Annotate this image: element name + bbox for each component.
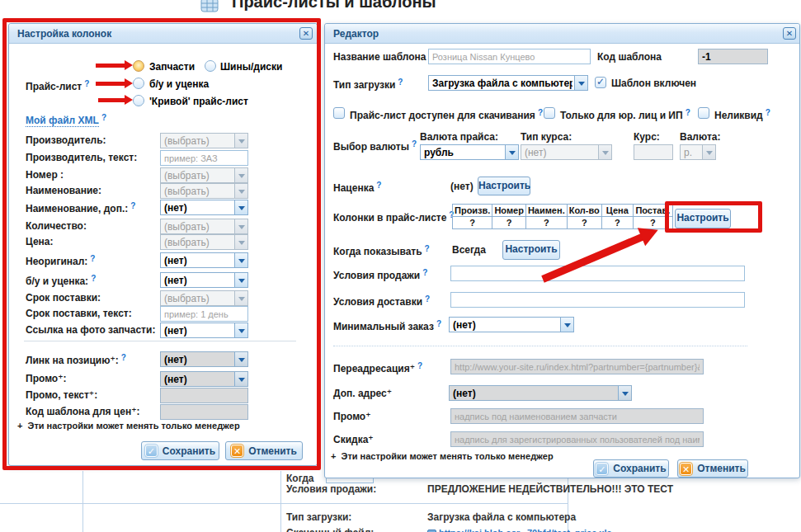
template-enabled-checkbox[interactable]: ✓ xyxy=(595,77,606,88)
manager-footnote: + Эти настройки может менять только мене… xyxy=(331,451,554,461)
help-icon[interactable]: ? xyxy=(436,319,441,328)
currency-select-label: Выбор валюты? xyxy=(333,139,417,153)
discount-input[interactable] xyxy=(450,431,704,447)
help-icon[interactable]: ? xyxy=(425,244,430,253)
price-currency-label: Валюта прайса: xyxy=(420,131,498,143)
extra-address-select[interactable]: (нет) xyxy=(449,385,632,401)
chevron-down-icon xyxy=(702,145,715,159)
editor-dialog-header[interactable]: Редактор ✕ xyxy=(325,24,799,44)
rate-label: Курс: xyxy=(634,131,660,143)
bg-sale-terms-label: Условия продажи: xyxy=(286,483,376,495)
bg-table-hline xyxy=(0,503,568,504)
bg-load-type-value: Загрузка файла с компьютера xyxy=(427,511,576,523)
editor-dialog-title: Редактор xyxy=(333,28,379,40)
col-header: Кол-во xyxy=(567,205,601,217)
price-columns-label: Колонки в прайс-листе? xyxy=(333,210,454,224)
help-icon[interactable]: ? xyxy=(686,108,690,117)
col-value: ? xyxy=(525,217,567,229)
legal-only-label: Только для юр. лиц и ИП? xyxy=(560,108,690,121)
redirect-input[interactable] xyxy=(450,359,704,374)
bg-table-vline xyxy=(82,471,83,532)
price-columns-table: Произв. Номер Наимен. Кол-во Цена Постав… xyxy=(452,204,673,229)
load-type-select[interactable]: Загрузка файла с компьютера xyxy=(428,75,588,91)
bg-table-vline xyxy=(280,471,281,532)
legal-only-checkbox[interactable] xyxy=(544,107,555,119)
col-header: Произв. xyxy=(453,205,492,217)
downloadable-checkbox[interactable] xyxy=(333,107,345,119)
section-divider xyxy=(333,346,747,346)
currency-select: р. xyxy=(680,144,716,160)
check-icon: ✓ xyxy=(596,76,605,87)
markup-label: Наценка? xyxy=(333,181,381,194)
discount-label: Скидка⁺ xyxy=(333,434,374,445)
currency-label: Валюта: xyxy=(680,131,720,143)
screen: Прайс-листы и шаблоны Когда Условия прод… xyxy=(0,0,801,532)
rate-type-select: (нет) xyxy=(521,144,612,160)
load-type-label: Тип загрузки? xyxy=(333,78,403,91)
help-icon[interactable]: ? xyxy=(376,181,381,190)
help-icon[interactable]: ? xyxy=(417,361,422,370)
illiquid-label: Неликвид? xyxy=(714,108,770,121)
extra-address-label: Доп. адрес⁺ xyxy=(333,388,392,399)
help-icon[interactable]: ? xyxy=(538,108,543,117)
redirect-label: Переадресация⁺? xyxy=(333,361,422,374)
chevron-down-icon xyxy=(618,386,631,400)
save-button[interactable]: ✓Сохранить xyxy=(593,459,669,478)
page-title: Прайс-листы и шаблоны xyxy=(232,0,436,12)
price-currency-select[interactable]: рубль xyxy=(420,144,519,160)
promo-label: Промо⁺ xyxy=(333,411,371,422)
bg-sale-terms-value: ПРЕДЛОЖЕНИЕ НЕДЕЙСТВИТЕЛЬНО!!! ЭТО ТЕСТ xyxy=(427,483,673,495)
col-value: ? xyxy=(453,217,492,229)
red-box-annotation xyxy=(665,201,762,233)
markup-value: (нет) xyxy=(450,181,474,192)
chevron-down-icon xyxy=(598,145,611,159)
when-show-label: Когда показывать? xyxy=(333,244,430,257)
col-value: ? xyxy=(492,217,526,229)
when-show-value: Всегда xyxy=(452,244,486,256)
cancel-button[interactable]: ✕Отменить xyxy=(677,459,748,478)
chevron-down-icon xyxy=(560,318,573,332)
help-icon[interactable]: ? xyxy=(425,294,430,304)
bg-file-label: Скачанный файл: xyxy=(286,527,374,532)
template-name-input[interactable] xyxy=(428,49,591,64)
template-name-label: Название шаблона xyxy=(333,51,426,63)
col-value: ? xyxy=(601,217,633,229)
when-show-configure-button[interactable]: Настроить xyxy=(502,240,560,260)
col-value: ? xyxy=(567,217,601,229)
col-header: Номер xyxy=(492,205,526,217)
help-icon[interactable]: ? xyxy=(398,78,403,87)
illiquid-checkbox[interactable] xyxy=(698,107,709,119)
template-code-label: Код шаблона xyxy=(597,51,662,63)
rate-type-label: Тип курса: xyxy=(521,131,572,143)
template-enabled-label: Шаблон включен xyxy=(611,78,696,89)
help-icon[interactable]: ? xyxy=(422,268,427,277)
chevron-down-icon xyxy=(505,145,518,159)
red-frame-annotation xyxy=(2,18,321,470)
delivery-terms-input[interactable] xyxy=(450,292,745,308)
bg-file-link[interactable]: ↓https://ksi.blob.cor...70bfd/test_price… xyxy=(427,527,612,532)
delivery-terms-label: Условия доставки? xyxy=(333,294,430,308)
col-header: Наимен. xyxy=(525,205,567,217)
cancel-x-icon: ✕ xyxy=(680,463,692,475)
sale-terms-input[interactable] xyxy=(450,266,745,281)
template-code-field xyxy=(698,49,768,64)
col-header: Цена xyxy=(601,205,633,217)
bg-when-label: Когда xyxy=(286,473,314,484)
help-icon[interactable]: ? xyxy=(766,108,770,117)
save-check-icon: ✓ xyxy=(596,463,608,475)
help-icon[interactable]: ? xyxy=(412,139,417,148)
promo-input[interactable] xyxy=(450,408,704,424)
sale-terms-label: Условия продажи? xyxy=(333,268,427,281)
editor-dialog: Редактор ✕ Название шаблона Код шаблона … xyxy=(324,23,800,478)
min-order-label: Минимальный заказ? xyxy=(333,319,441,332)
chevron-down-icon xyxy=(574,76,587,90)
rate-input xyxy=(634,144,673,160)
close-icon[interactable]: ✕ xyxy=(783,27,796,40)
min-order-select[interactable]: (нет) xyxy=(449,317,574,332)
markup-configure-button[interactable]: Настроить xyxy=(478,177,530,195)
price-lists-icon xyxy=(200,0,219,12)
downloadable-label: Прайс-лист доступен для скачивания? xyxy=(350,108,543,121)
bg-load-type-label: Тип загрузки: xyxy=(286,511,351,523)
